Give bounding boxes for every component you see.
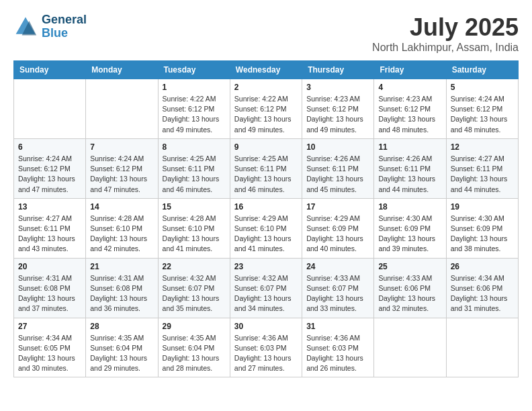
day-info: Sunrise: 4:32 AM Sunset: 6:07 PM Dayligh…: [234, 273, 298, 314]
day-info: Sunrise: 4:26 AM Sunset: 6:11 PM Dayligh…: [306, 154, 369, 195]
calendar-cell: [374, 318, 446, 377]
calendar-cell: 7Sunrise: 4:24 AM Sunset: 6:12 PM Daylig…: [86, 138, 158, 198]
day-info: Sunrise: 4:34 AM Sunset: 6:06 PM Dayligh…: [451, 273, 514, 314]
calendar-cell: 31Sunrise: 4:36 AM Sunset: 6:03 PM Dayli…: [302, 318, 374, 377]
location-title: North Lakhimpur, Assam, India: [372, 42, 519, 54]
day-number: 21: [90, 262, 153, 271]
logo-icon: [13, 15, 38, 39]
calendar-cell: 23Sunrise: 4:32 AM Sunset: 6:07 PM Dayli…: [230, 258, 302, 318]
logo-text: General Blue: [42, 13, 87, 40]
day-number: 17: [306, 202, 369, 212]
calendar-cell: 18Sunrise: 4:30 AM Sunset: 6:09 PM Dayli…: [374, 198, 446, 258]
calendar-cell: 14Sunrise: 4:28 AM Sunset: 6:10 PM Dayli…: [86, 198, 158, 258]
calendar-cell: 29Sunrise: 4:35 AM Sunset: 6:04 PM Dayli…: [158, 318, 230, 377]
day-number: 9: [234, 142, 298, 152]
calendar-cell: 9Sunrise: 4:25 AM Sunset: 6:11 PM Daylig…: [230, 138, 302, 198]
day-number: 29: [163, 322, 226, 331]
day-info: Sunrise: 4:36 AM Sunset: 6:03 PM Dayligh…: [234, 333, 298, 374]
day-info: Sunrise: 4:23 AM Sunset: 6:12 PM Dayligh…: [378, 94, 441, 135]
calendar-cell: 27Sunrise: 4:34 AM Sunset: 6:05 PM Dayli…: [14, 318, 86, 377]
calendar-cell: [14, 79, 86, 139]
day-number: 5: [451, 83, 514, 92]
day-info: Sunrise: 4:33 AM Sunset: 6:07 PM Dayligh…: [306, 273, 369, 314]
day-info: Sunrise: 4:35 AM Sunset: 6:04 PM Dayligh…: [163, 333, 226, 374]
calendar-cell: [86, 79, 158, 139]
day-number: 12: [451, 142, 514, 152]
day-info: Sunrise: 4:22 AM Sunset: 6:12 PM Dayligh…: [163, 94, 226, 135]
calendar-cell: 4Sunrise: 4:23 AM Sunset: 6:12 PM Daylig…: [374, 79, 446, 139]
day-number: 14: [90, 202, 153, 212]
day-number: 4: [378, 83, 441, 92]
day-info: Sunrise: 4:27 AM Sunset: 6:11 PM Dayligh…: [451, 154, 514, 195]
day-info: Sunrise: 4:23 AM Sunset: 6:12 PM Dayligh…: [306, 94, 369, 135]
day-number: 13: [18, 202, 81, 212]
day-info: Sunrise: 4:29 AM Sunset: 6:10 PM Dayligh…: [234, 214, 298, 255]
day-number: 3: [306, 83, 369, 92]
day-info: Sunrise: 4:26 AM Sunset: 6:11 PM Dayligh…: [378, 154, 441, 195]
calendar-cell: 13Sunrise: 4:27 AM Sunset: 6:11 PM Dayli…: [14, 198, 86, 258]
day-info: Sunrise: 4:34 AM Sunset: 6:05 PM Dayligh…: [18, 333, 81, 374]
calendar-week-row: 27Sunrise: 4:34 AM Sunset: 6:05 PM Dayli…: [14, 318, 519, 377]
calendar-table: SundayMondayTuesdayWednesdayThursdayFrid…: [13, 60, 519, 377]
calendar-cell: 21Sunrise: 4:31 AM Sunset: 6:08 PM Dayli…: [86, 258, 158, 318]
calendar-cell: 8Sunrise: 4:25 AM Sunset: 6:11 PM Daylig…: [158, 138, 230, 198]
day-number: 2: [234, 83, 298, 92]
calendar-cell: 1Sunrise: 4:22 AM Sunset: 6:12 PM Daylig…: [158, 79, 230, 139]
day-number: 23: [234, 262, 298, 271]
day-info: Sunrise: 4:22 AM Sunset: 6:12 PM Dayligh…: [234, 94, 298, 135]
calendar-cell: 2Sunrise: 4:22 AM Sunset: 6:12 PM Daylig…: [230, 79, 302, 139]
day-number: 8: [163, 142, 226, 152]
day-info: Sunrise: 4:25 AM Sunset: 6:11 PM Dayligh…: [234, 154, 298, 195]
calendar-cell: 6Sunrise: 4:24 AM Sunset: 6:12 PM Daylig…: [14, 138, 86, 198]
weekday-header-thursday: Thursday: [302, 61, 374, 79]
title-block: July 2025 North Lakhimpur, Assam, India: [372, 13, 519, 54]
calendar-cell: 11Sunrise: 4:26 AM Sunset: 6:11 PM Dayli…: [374, 138, 446, 198]
day-number: 10: [306, 142, 369, 152]
day-number: 28: [90, 322, 153, 331]
calendar-cell: 12Sunrise: 4:27 AM Sunset: 6:11 PM Dayli…: [446, 138, 518, 198]
calendar-cell: 22Sunrise: 4:32 AM Sunset: 6:07 PM Dayli…: [158, 258, 230, 318]
weekday-header-sunday: Sunday: [14, 61, 86, 79]
calendar-cell: 17Sunrise: 4:29 AM Sunset: 6:09 PM Dayli…: [302, 198, 374, 258]
weekday-header-friday: Friday: [374, 61, 446, 79]
day-info: Sunrise: 4:31 AM Sunset: 6:08 PM Dayligh…: [90, 273, 153, 314]
calendar-cell: 10Sunrise: 4:26 AM Sunset: 6:11 PM Dayli…: [302, 138, 374, 198]
day-number: 31: [306, 322, 369, 331]
day-info: Sunrise: 4:24 AM Sunset: 6:12 PM Dayligh…: [451, 94, 514, 135]
day-info: Sunrise: 4:27 AM Sunset: 6:11 PM Dayligh…: [18, 214, 81, 255]
calendar-cell: 3Sunrise: 4:23 AM Sunset: 6:12 PM Daylig…: [302, 79, 374, 139]
day-info: Sunrise: 4:33 AM Sunset: 6:06 PM Dayligh…: [378, 273, 441, 314]
calendar-week-row: 6Sunrise: 4:24 AM Sunset: 6:12 PM Daylig…: [14, 138, 519, 198]
calendar-cell: 20Sunrise: 4:31 AM Sunset: 6:08 PM Dayli…: [14, 258, 86, 318]
day-info: Sunrise: 4:36 AM Sunset: 6:03 PM Dayligh…: [306, 333, 369, 374]
calendar-cell: 5Sunrise: 4:24 AM Sunset: 6:12 PM Daylig…: [446, 79, 518, 139]
day-info: Sunrise: 4:30 AM Sunset: 6:09 PM Dayligh…: [378, 214, 441, 255]
day-number: 16: [234, 202, 298, 212]
day-number: 15: [163, 202, 226, 212]
day-info: Sunrise: 4:24 AM Sunset: 6:12 PM Dayligh…: [18, 154, 81, 195]
weekday-header-row: SundayMondayTuesdayWednesdayThursdayFrid…: [14, 61, 519, 79]
day-info: Sunrise: 4:31 AM Sunset: 6:08 PM Dayligh…: [18, 273, 81, 314]
day-number: 25: [378, 262, 441, 271]
day-info: Sunrise: 4:29 AM Sunset: 6:09 PM Dayligh…: [306, 214, 369, 255]
day-number: 11: [378, 142, 441, 152]
day-info: Sunrise: 4:28 AM Sunset: 6:10 PM Dayligh…: [90, 214, 153, 255]
calendar-cell: 26Sunrise: 4:34 AM Sunset: 6:06 PM Dayli…: [446, 258, 518, 318]
day-number: 27: [18, 322, 81, 331]
day-number: 30: [234, 322, 298, 331]
day-number: 6: [18, 142, 81, 152]
calendar-cell: 16Sunrise: 4:29 AM Sunset: 6:10 PM Dayli…: [230, 198, 302, 258]
calendar-cell: 19Sunrise: 4:30 AM Sunset: 6:09 PM Dayli…: [446, 198, 518, 258]
day-number: 24: [306, 262, 369, 271]
day-info: Sunrise: 4:35 AM Sunset: 6:04 PM Dayligh…: [90, 333, 153, 374]
weekday-header-monday: Monday: [86, 61, 158, 79]
day-info: Sunrise: 4:32 AM Sunset: 6:07 PM Dayligh…: [163, 273, 226, 314]
calendar-week-row: 13Sunrise: 4:27 AM Sunset: 6:11 PM Dayli…: [14, 198, 519, 258]
calendar-week-row: 1Sunrise: 4:22 AM Sunset: 6:12 PM Daylig…: [14, 79, 519, 139]
day-info: Sunrise: 4:28 AM Sunset: 6:10 PM Dayligh…: [163, 214, 226, 255]
day-number: 22: [163, 262, 226, 271]
day-info: Sunrise: 4:25 AM Sunset: 6:11 PM Dayligh…: [163, 154, 226, 195]
weekday-header-saturday: Saturday: [446, 61, 518, 79]
calendar-week-row: 20Sunrise: 4:31 AM Sunset: 6:08 PM Dayli…: [14, 258, 519, 318]
day-number: 26: [451, 262, 514, 271]
